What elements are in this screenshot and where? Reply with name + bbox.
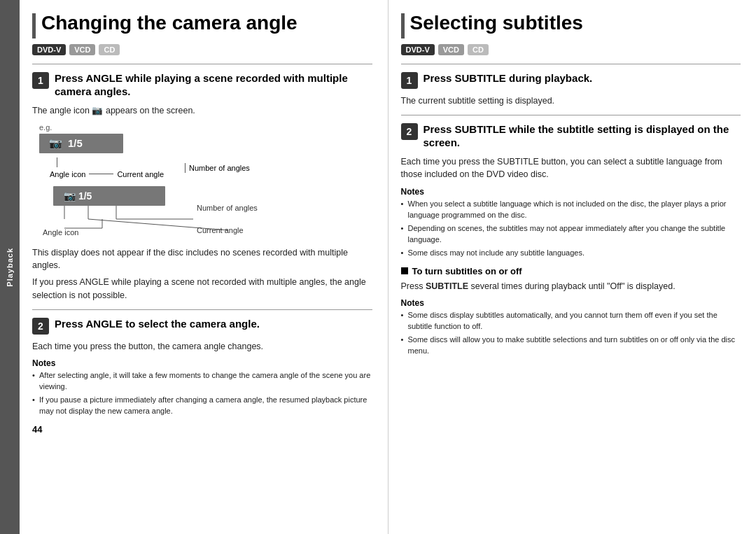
right-note-2: Depending on scenes, the subtitles may n… — [401, 223, 741, 246]
right-notes2-list: Some discs display subtitles automatical… — [401, 310, 741, 357]
badge-vcd-right: VCD — [438, 44, 464, 55]
diagram-annotations: Angle icon Current angle Number of angle… — [50, 157, 372, 178]
right-column: Selecting subtitles DVD-V VCD CD 1 Press… — [388, 0, 757, 534]
svg-text:Number of angles: Number of angles — [197, 204, 258, 212]
left-step1-body: The angle icon 📷 appears on the screen. — [32, 104, 372, 118]
left-note-1: After selecting angle, it will take a fe… — [32, 370, 372, 393]
left-step2: 2 Press ANGLE to select the camera angle… — [32, 317, 372, 335]
right-note2-2: Some discs will allow you to make subtit… — [401, 335, 741, 357]
left-badges: DVD-V VCD CD — [32, 44, 372, 55]
badge-vcd-left: VCD — [69, 44, 95, 55]
left-notes-title: Notes — [32, 358, 372, 368]
subsection-title-text: To turn subtitles on or off — [412, 266, 522, 276]
right-note-3: Some discs may not include any subtitle … — [401, 248, 741, 259]
right-step2-num: 2 — [401, 123, 418, 140]
left-note-2: If you pause a picture immediately after… — [32, 395, 372, 417]
anno-angle — [50, 157, 164, 167]
anno-left: Angle icon Current angle — [50, 157, 164, 178]
badge-cd-left: CD — [99, 44, 120, 55]
subsection-title-wrapper: To turn subtitles on or off — [401, 266, 741, 276]
left-column: Changing the camera angle DVD-V VCD CD 1… — [20, 0, 388, 534]
divider-left-2 — [32, 309, 372, 310]
svg-text:Angle icon: Angle icon — [43, 228, 78, 237]
right-step2: 2 Press SUBTITLE while the subtitle sett… — [401, 122, 741, 150]
left-step2-body: Each time you press the button, the came… — [32, 340, 372, 353]
left-step1-num: 1 — [32, 72, 49, 89]
left-title-wrapper: Changing the camera angle — [32, 13, 372, 40]
diagram-full: 📷 1/5 Angle icon Number of angles — [39, 183, 372, 241]
right-title-wrapper: Selecting subtitles — [401, 13, 741, 40]
right-section-title: Selecting subtitles — [410, 13, 583, 34]
left-step1-heading: Press ANGLE while playing a scene record… — [55, 71, 372, 99]
right-step1-heading: Press SUBTITLE during playback. — [424, 71, 593, 85]
right-step2-body: Each time you press the SUBTITLE button,… — [401, 155, 741, 182]
diagram-svg: 📷 1/5 Angle icon Number of angles — [39, 183, 263, 239]
diagram-wrapper: e.g. 📷 1/5 Angle icon Current angle — [39, 123, 372, 241]
right-step1: 1 Press SUBTITLE during playback. — [401, 71, 741, 89]
number-label: Number of angles — [189, 164, 250, 172]
badge-cd-right: CD — [468, 44, 489, 55]
right-step1-num: 1 — [401, 72, 418, 89]
right-notes-title: Notes — [401, 187, 741, 197]
left-title-bar — [32, 13, 36, 38]
right-badges: DVD-V VCD CD — [401, 44, 741, 55]
badge-dvdv-left: DVD-V — [32, 44, 66, 55]
right-step1-body: The current subtitle setting is displaye… — [401, 94, 741, 108]
sidebar-label: Playback — [6, 248, 14, 287]
right-notes2-title: Notes — [401, 298, 741, 308]
left-notes-list: After selecting angle, it will take a fe… — [32, 370, 372, 417]
divider-right-2 — [401, 115, 741, 115]
left-step1-note1: This display does not appear if the disc… — [32, 246, 372, 273]
sidebar: Playback — [0, 0, 20, 534]
eg-label: e.g. — [39, 123, 372, 132]
current-label: Current angle — [117, 170, 164, 178]
page-number: 44 — [32, 424, 372, 435]
left-step2-heading: Press ANGLE to select the camera angle. — [55, 317, 260, 331]
right-step2-heading: Press SUBTITLE while the subtitle settin… — [424, 122, 741, 150]
diagram-box: 📷 1/5 — [39, 134, 123, 153]
subtitle-bold: SUBTITLE — [426, 281, 468, 291]
square-bullet-icon — [401, 267, 408, 274]
left-step2-num: 2 — [32, 318, 49, 335]
angle-icon-label: Angle icon — [50, 170, 85, 178]
subsection-body2: several times during playback until "Off… — [468, 281, 676, 291]
anno-angle-label: Angle icon Current angle — [50, 170, 164, 178]
right-title-bar — [401, 13, 405, 38]
camera-icon: 📷 — [49, 137, 62, 150]
right-notes-list: When you select a subtitle language whic… — [401, 199, 741, 259]
right-note2-1: Some discs display subtitles automatical… — [401, 310, 741, 332]
anno-number: Number of angles — [185, 157, 250, 178]
svg-text:Current angle: Current angle — [197, 226, 244, 234]
subsection-body: Press SUBTITLE several times during play… — [401, 280, 741, 293]
badge-dvdv-right: DVD-V — [401, 44, 435, 55]
left-step1-note2: If you press ANGLE while playing a scene… — [32, 276, 372, 302]
left-step1: 1 Press ANGLE while playing a scene reco… — [32, 71, 372, 99]
svg-text:📷 1/5: 📷 1/5 — [64, 190, 92, 202]
divider-left-1 — [32, 64, 372, 64]
divider-right-1 — [401, 64, 741, 64]
diagram-display: 1/5 — [68, 137, 83, 149]
left-section-title: Changing the camera angle — [41, 13, 298, 34]
right-note-1: When you select a subtitle language whic… — [401, 199, 741, 221]
